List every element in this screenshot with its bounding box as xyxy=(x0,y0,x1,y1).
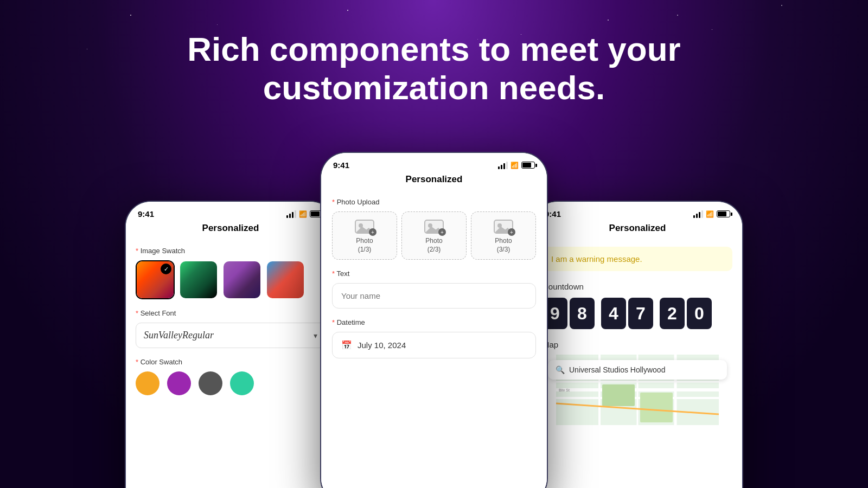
signal-left xyxy=(286,210,296,218)
countdown-title: Countdown xyxy=(542,282,732,291)
swatch-orange[interactable]: ✓ xyxy=(136,260,175,299)
search-icon: 🔍 xyxy=(556,365,565,374)
color-swatch-orange[interactable] xyxy=(136,371,159,395)
swatch-purple[interactable] xyxy=(222,260,261,299)
wifi-left: 📶 xyxy=(299,210,307,218)
time-center: 9:41 xyxy=(333,160,349,170)
chevron-down-icon: ▾ xyxy=(314,331,317,340)
svg-rect-7 xyxy=(602,384,635,406)
photo-upload-section: * Photo Upload + xyxy=(332,198,536,260)
map-search-value: Universal Studios Hollywood xyxy=(569,365,665,374)
digit-2: 2 xyxy=(660,298,685,329)
datetime-value: July 10, 2024 xyxy=(358,341,406,350)
image-swatch-grid: ✓ xyxy=(136,260,326,299)
battery-center xyxy=(521,162,535,169)
warning-text: I am a warning message. xyxy=(551,254,642,264)
color-swatch-gray[interactable] xyxy=(199,371,222,395)
status-bar-right: 9:41 📶 xyxy=(533,202,742,221)
digit-8: 8 xyxy=(570,298,595,329)
datetime-field[interactable]: 📅 July 10, 2024 xyxy=(332,332,536,358)
phone-center-title: Personalized xyxy=(332,172,536,189)
datetime-section: * Datetime 📅 July 10, 2024 xyxy=(332,318,536,358)
status-bar-center: 9:41 📶 xyxy=(321,153,547,172)
status-bar-left: 9:41 📶 xyxy=(126,202,335,221)
text-label: * Text xyxy=(332,269,536,278)
digit-0: 0 xyxy=(687,298,712,329)
digit-group-hours: 9 8 xyxy=(542,298,595,329)
time-left: 9:41 xyxy=(138,209,154,219)
photo-label-1: Photo (1/3) xyxy=(356,237,373,254)
digit-7: 7 xyxy=(628,298,653,329)
photo-slot-2[interactable]: + Photo (2/3) xyxy=(401,211,467,260)
color-swatch-grid xyxy=(136,371,326,395)
phone-center: 9:41 📶 Personalized xyxy=(320,152,548,488)
photo-slot-1[interactable]: + Photo (1/3) xyxy=(332,211,397,260)
phone-right: 9:41 📶 Personalized xyxy=(532,201,743,488)
photo-upload-area: + Photo (1/3) xyxy=(332,211,536,260)
digit-4: 4 xyxy=(601,298,626,329)
map-search-bar[interactable]: 🔍 Universal Studios Hollywood xyxy=(548,360,727,380)
signal-center xyxy=(498,162,508,169)
photo-icon-2: + xyxy=(424,220,444,235)
photo-label-2: Photo (2/3) xyxy=(425,237,442,254)
calendar-icon: 📅 xyxy=(341,340,352,350)
wifi-center: 📶 xyxy=(510,162,519,169)
warning-banner: I am a warning message. xyxy=(542,247,732,271)
wifi-right: 📶 xyxy=(706,210,714,218)
your-name-input[interactable] xyxy=(332,283,536,309)
color-swatch-teal[interactable] xyxy=(230,371,254,395)
phone-left-title: Personalized xyxy=(136,221,326,238)
signal-right xyxy=(693,210,703,218)
map-title: Map xyxy=(542,340,732,349)
image-swatch-section: * Image Swatch ✓ xyxy=(136,247,326,299)
map-section: Map xyxy=(542,340,732,425)
battery-right xyxy=(717,210,730,217)
photo-plus-1: + xyxy=(369,228,376,236)
phones-container: 9:41 📶 Personalized xyxy=(125,152,743,488)
svg-text:Bliv St: Bliv St xyxy=(559,388,570,392)
swatch-check-icon: ✓ xyxy=(161,264,171,274)
headline-section: Rich components to meet your customizati… xyxy=(0,0,868,107)
select-font-label: * Select Font xyxy=(136,309,326,317)
swatch-blue-red[interactable] xyxy=(266,260,305,299)
text-section: * Text xyxy=(332,269,536,309)
status-icons-right: 📶 xyxy=(693,210,730,218)
color-swatch-purple[interactable] xyxy=(167,371,191,395)
phone-right-title: Personalized xyxy=(542,221,732,238)
digit-group-seconds: 2 0 xyxy=(660,298,712,329)
swatch-green[interactable] xyxy=(179,260,218,299)
datetime-label: * Datetime xyxy=(332,318,536,326)
headline-text: Rich components to meet your customizati… xyxy=(0,0,868,107)
photo-icon-1: + xyxy=(355,220,374,235)
photo-plus-3: + xyxy=(508,228,515,236)
map-container: Camarillo St W Oai Bliv St 🔍 Universal S… xyxy=(542,355,732,425)
font-select-dropdown[interactable]: SunValleyRegular ▾ xyxy=(136,323,326,348)
phone-left: 9:41 📶 Personalized xyxy=(125,201,336,488)
photo-icon-3: + xyxy=(494,220,513,235)
countdown-section: Countdown 9 8 4 7 2 0 xyxy=(542,282,732,329)
countdown-digits: 9 8 4 7 2 0 xyxy=(542,298,732,329)
svg-rect-8 xyxy=(640,393,673,422)
photo-upload-label: * Photo Upload xyxy=(332,198,536,206)
status-icons-left: 📶 xyxy=(286,210,323,218)
photo-slot-3[interactable]: + Photo (3/3) xyxy=(471,211,536,260)
color-swatch-label: * Color Swatch xyxy=(136,358,326,366)
font-select-value: SunValleyRegular xyxy=(144,330,214,341)
select-font-section: * Select Font SunValleyRegular ▾ xyxy=(136,309,326,348)
digit-group-minutes: 4 7 xyxy=(601,298,653,329)
status-icons-center: 📶 xyxy=(498,162,535,169)
photo-plus-2: + xyxy=(438,228,446,236)
image-swatch-label: * Image Swatch xyxy=(136,247,326,255)
photo-label-3: Photo (3/3) xyxy=(495,237,512,254)
color-swatch-section: * Color Swatch xyxy=(136,358,326,395)
